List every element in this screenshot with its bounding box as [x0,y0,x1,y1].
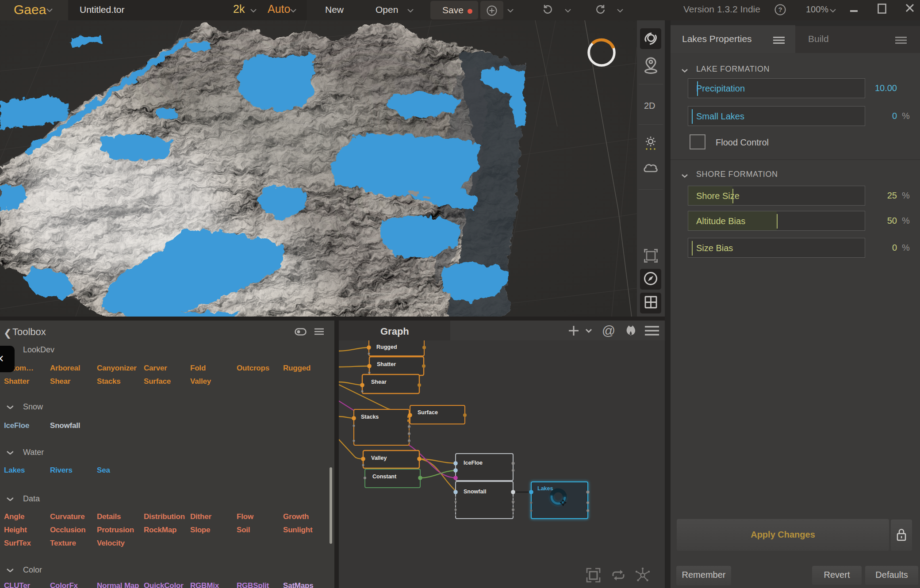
svg-text:Snowfall: Snowfall [464,489,486,495]
svg-text:Rugged: Rugged [376,344,397,350]
svg-text:Graph: Graph [380,326,409,337]
svg-text:Shear: Shear [371,379,387,385]
svg-text:Shatter: Shatter [377,361,396,367]
svg-text:Valley: Valley [371,455,387,461]
svg-text:Constant: Constant [372,473,397,480]
svg-text:?: ? [778,6,782,13]
svg-text:Lakes: Lakes [537,485,553,492]
svg-text:IceFloe: IceFloe [464,460,483,466]
svg-text:Surface: Surface [418,409,438,416]
svg-text:@: @ [602,323,615,338]
svg-text:Stacks: Stacks [361,414,379,420]
